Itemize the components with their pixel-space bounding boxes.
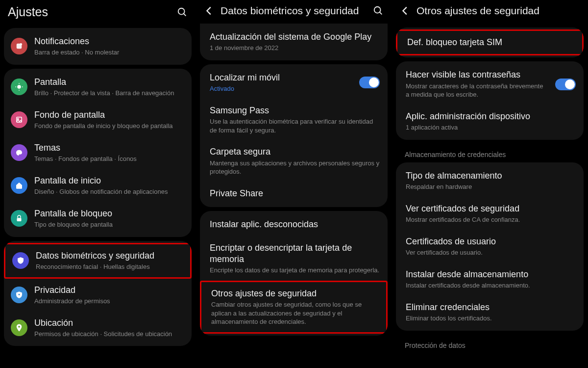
group-sim: Def. bloqueo tarjeta SIM <box>396 27 584 57</box>
header: Ajustes <box>0 0 196 26</box>
item-title: Encriptar o desencriptar la tarjeta de m… <box>210 242 380 265</box>
item-sub: Mostrar certificados de CA de confianza. <box>406 215 576 224</box>
item-sub: Encripte los datos de su tarjeta de memo… <box>210 266 380 275</box>
item-fondo[interactable]: Fondo de pantalla Fondo de pantalla de i… <box>4 104 192 136</box>
search-icon[interactable] <box>177 7 188 18</box>
item-sub: Cambiar otros ajustes de seguridad, como… <box>211 300 378 326</box>
item-sub: Mostrar caracteres de la contraseña brev… <box>406 82 548 99</box>
item-ubicacion[interactable]: Ubicación Permisos de ubicación · Solici… <box>4 312 192 344</box>
header: Otros ajustes de seguridad <box>392 0 588 24</box>
group-gplay: Actualización del sistema de Google Play… <box>200 24 388 60</box>
lock-icon <box>11 210 27 227</box>
item-sub: Reconocimiento facial · Huellas digitale… <box>36 263 182 271</box>
toggle-localizar[interactable] <box>359 77 380 88</box>
svg-point-13 <box>18 326 20 328</box>
item-biometria[interactable]: Datos biométricos y seguridad Reconocimi… <box>4 243 192 279</box>
item-sub: Administrador de permisos <box>34 297 184 306</box>
page-title: Otros ajustes de seguridad <box>416 5 580 17</box>
back-icon[interactable] <box>204 5 215 16</box>
item-title: Def. bloqueo tarjeta SIM <box>407 37 574 48</box>
item-notificaciones[interactable]: Notificaciones Barra de estado · No mole… <box>4 30 192 63</box>
item-sub: Diseño · Globos de notificación de aplic… <box>34 187 184 196</box>
privacy-icon <box>11 287 27 303</box>
item-title: Instalar aplic. desconocidas <box>210 219 380 230</box>
biometrics-panel: Datos biométricos y seguridad Actualizac… <box>196 0 392 368</box>
item-title: Certificados de usuario <box>406 236 576 247</box>
item-title: Datos biométricos y seguridad <box>36 250 182 262</box>
group-passwords: Hacer visible las contraseñas Mostrar ca… <box>396 61 584 139</box>
item-sim-lock[interactable]: Def. bloqueo tarjeta SIM <box>396 29 584 55</box>
group-other: Instalar aplic. desconocidas Encriptar o… <box>200 211 388 336</box>
item-title: Samsung Pass <box>210 105 380 116</box>
item-sub: Permisos de ubicación · Solicitudes de u… <box>34 330 184 339</box>
item-temas[interactable]: Temas Temas · Fondos de pantalla · Ícono… <box>4 136 192 169</box>
item-title: Ubicación <box>34 317 184 329</box>
item-samsung-pass[interactable]: Samsung Pass Use la autenticación biomét… <box>200 99 388 140</box>
item-visible-passwords[interactable]: Hacer visible las contraseñas Mostrar ca… <box>396 63 584 105</box>
item-sub: Brillo · Protector de la vista · Barra d… <box>34 89 184 98</box>
svg-line-15 <box>380 12 382 15</box>
item-sub: Barra de estado · No molestar <box>34 48 184 57</box>
settings-list[interactable]: Actualización del sistema de Google Play… <box>196 24 392 368</box>
item-sub: 1 de noviembre de 2022 <box>210 44 380 53</box>
group-security: Datos biométricos y seguridad Reconocimi… <box>4 241 192 346</box>
item-title: Eliminar credenciales <box>406 302 576 313</box>
back-icon[interactable] <box>400 5 411 16</box>
item-title: Notificaciones <box>34 36 184 47</box>
svg-point-3 <box>20 43 23 46</box>
item-certificados-usuario[interactable]: Certificados de usuario Ver certificados… <box>396 230 584 263</box>
display-icon <box>11 79 27 95</box>
item-otros-ajustes[interactable]: Otros ajustes de seguridad Cambiar otros… <box>200 281 388 334</box>
search-icon[interactable] <box>373 5 384 16</box>
item-localizar[interactable]: Localizar mi móvil Activado <box>200 66 388 99</box>
item-title: Localizar mi móvil <box>210 72 352 83</box>
item-instalar-almacenamiento[interactable]: Instalar desde almacenamiento Instalar c… <box>396 263 584 296</box>
svg-point-10 <box>18 119 19 120</box>
item-pantalla[interactable]: Pantalla Brillo · Protector de la vista … <box>4 71 192 104</box>
group-samsung: Localizar mi móvil Activado Samsung Pass… <box>200 64 388 207</box>
item-sub: 1 aplicación activa <box>406 123 576 132</box>
svg-rect-11 <box>17 218 22 221</box>
item-sub: Respaldar en hardware <box>406 183 576 191</box>
item-private-share[interactable]: Private Share <box>200 182 388 205</box>
other-security-panel: Otros ajustes de seguridad Def. bloqueo … <box>392 0 588 368</box>
item-title: Temas <box>34 142 184 154</box>
svg-line-1 <box>184 13 186 16</box>
item-tipo-almacenamiento[interactable]: Tipo de almacenamiento Respaldar en hard… <box>396 164 584 197</box>
item-eliminar-credenciales[interactable]: Eliminar credenciales Eliminar todos los… <box>396 296 584 329</box>
svg-point-4 <box>17 85 21 89</box>
item-sub: Ver certificados de usuario. <box>406 248 576 257</box>
wallpaper-icon <box>11 111 27 128</box>
item-title: Aplic. administración dispositivo <box>406 111 576 122</box>
item-desconocidas[interactable]: Instalar aplic. desconocidas <box>200 213 388 236</box>
item-sub: Activado <box>210 84 352 93</box>
settings-list[interactable]: Def. bloqueo tarjeta SIM Hacer visible l… <box>392 24 588 368</box>
item-device-admin[interactable]: Aplic. administración dispositivo 1 apli… <box>396 105 584 138</box>
item-carpeta-segura[interactable]: Carpeta segura Mantenga sus aplicaciones… <box>200 140 388 182</box>
svg-point-14 <box>374 7 381 13</box>
item-bloqueo[interactable]: Pantalla de bloqueo Tipo de bloqueo de p… <box>4 202 192 235</box>
group-display: Pantalla Brillo · Protector de la vista … <box>4 69 192 237</box>
item-title: Pantalla de bloqueo <box>34 208 184 219</box>
location-icon <box>11 319 27 336</box>
item-sub: Instalar certificados desde almacenamien… <box>406 281 576 290</box>
item-ver-certificados[interactable]: Ver certificados de seguridad Mostrar ce… <box>396 197 584 230</box>
home-icon <box>11 177 27 194</box>
item-title: Tipo de almacenamiento <box>406 170 576 182</box>
item-title: Instalar desde almacenamiento <box>406 269 576 280</box>
themes-icon <box>11 144 27 161</box>
svg-point-12 <box>19 294 20 295</box>
item-sub: Fondo de pantalla de inicio y bloqueo de… <box>34 122 184 131</box>
toggle-visible-passwords[interactable] <box>555 79 576 90</box>
item-gplay-update[interactable]: Actualización del sistema de Google Play… <box>200 26 388 58</box>
item-inicio[interactable]: Pantalla de inicio Diseño · Globos de no… <box>4 169 192 202</box>
item-privacidad[interactable]: Privacidad Administrador de permisos <box>4 279 192 312</box>
item-title: Actualización del sistema de Google Play <box>210 31 380 43</box>
settings-list[interactable]: Notificaciones Barra de estado · No mole… <box>0 26 196 368</box>
section-header-credentials: Almacenamiento de credenciales <box>395 144 585 162</box>
item-encriptar[interactable]: Encriptar o desencriptar la tarjeta de m… <box>200 237 388 281</box>
settings-panel: Ajustes Notificaciones Barra de estado ·… <box>0 0 196 368</box>
notifications-icon <box>11 38 27 54</box>
item-title: Ver certificados de seguridad <box>406 203 576 214</box>
item-sub: Eliminar todos los certificados. <box>406 314 576 323</box>
